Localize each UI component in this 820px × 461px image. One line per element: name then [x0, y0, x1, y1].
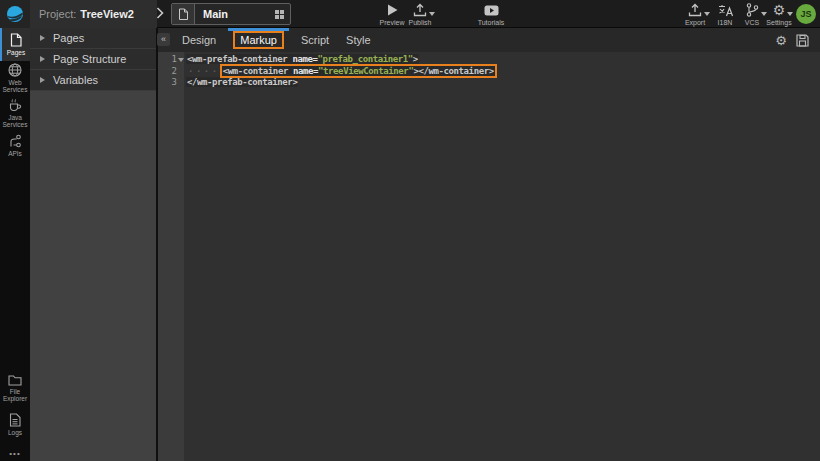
settings-caret-icon: [787, 12, 793, 16]
tab-label: Markup: [233, 31, 284, 49]
collapse-panel-button[interactable]: «: [157, 33, 170, 46]
logs-document-icon: [9, 413, 21, 427]
sidebar-item-apis[interactable]: APIs: [0, 130, 30, 161]
expand-caret-icon: [40, 35, 45, 41]
sidebar-item-label: File Explorer: [0, 388, 30, 402]
publish-label: Publish: [409, 19, 432, 26]
panel-row-label: Pages: [53, 32, 84, 44]
wavemaker-studio: Project: TreeView2 Main Preview Publish: [0, 0, 820, 461]
topbar: Project: TreeView2 Main Preview Publish: [0, 0, 820, 28]
line-number: 3: [158, 77, 184, 89]
settings-label: Settings: [766, 19, 791, 26]
page-switcher-grid-icon[interactable]: [275, 10, 284, 19]
line-number: 1: [158, 54, 184, 66]
api-connector-icon: [8, 134, 22, 148]
sidebar-item-label: Web Services: [0, 79, 30, 93]
sidebar-item-pages[interactable]: Pages: [0, 28, 30, 61]
code-line-text: <wm-prefab-container name="prefab_contai…: [186, 54, 419, 64]
tab-design[interactable]: Design: [178, 28, 220, 52]
sidebar-item-logs[interactable]: Logs: [0, 409, 30, 440]
tutorials-label: Tutorials: [478, 19, 505, 26]
editor-tabs: Design Markup Script Style: [178, 28, 375, 52]
coffee-cup-icon: [8, 98, 22, 112]
tutorials-button[interactable]: Tutorials: [469, 3, 513, 26]
open-page-tab[interactable]: Main: [171, 3, 291, 25]
publish-button[interactable]: Publish: [398, 3, 442, 26]
panel-row-label: Variables: [53, 74, 98, 86]
publish-caret-icon: [429, 12, 435, 16]
markup-settings-gear-icon[interactable]: ⚙: [775, 34, 787, 47]
sidebar-item-label: Java Services: [0, 114, 30, 128]
export-icon: [688, 3, 702, 17]
editor-area: Design Markup Script Style ⚙: [158, 28, 820, 461]
code-lines[interactable]: <wm-prefab-container name="prefab_contai…: [184, 52, 820, 461]
fold-caret-icon[interactable]: [178, 58, 184, 62]
tutorials-video-icon: [484, 3, 499, 17]
panel-row-label: Page Structure: [53, 53, 126, 65]
project-label: Project:: [39, 8, 76, 20]
panel-row-pages[interactable]: Pages: [30, 28, 156, 49]
indent-whitespace: ····: [186, 66, 222, 76]
line-number: 2: [158, 66, 184, 78]
pages-icon: [10, 33, 22, 47]
panel-row-page-structure[interactable]: Page Structure: [30, 49, 156, 70]
project-info: Project: TreeView2: [30, 0, 157, 28]
sidebar-item-label: APIs: [8, 150, 22, 157]
settings-gear-icon: ⚙: [773, 3, 786, 17]
wavemaker-logo-icon: [6, 5, 24, 23]
left-icon-sidebar: Pages Web Services Java Services APIs Fi…: [0, 28, 30, 461]
app-logo[interactable]: [0, 0, 30, 28]
tab-style[interactable]: Style: [342, 28, 374, 52]
breadcrumb-chevron-icon: [156, 7, 164, 19]
play-icon: [387, 3, 398, 17]
editor-tabbar: Design Markup Script Style ⚙: [158, 28, 820, 52]
tab-markup[interactable]: Markup: [229, 28, 288, 52]
expand-caret-icon: [40, 56, 45, 62]
publish-icon: [413, 3, 427, 17]
sidebar-item-java-services[interactable]: Java Services: [0, 95, 30, 130]
tab-script[interactable]: Script: [297, 28, 333, 52]
highlighted-code-line: <wm-container name="treeViewContainer"><…: [222, 66, 495, 76]
sidebar-item-file-explorer[interactable]: File Explorer: [0, 371, 30, 404]
page-file-icon: [172, 4, 195, 24]
folder-icon: [8, 374, 22, 386]
settings-button[interactable]: ⚙ Settings: [757, 3, 801, 26]
markup-code-editor[interactable]: 1 2 3 <wm-prefab-container name="prefab_…: [158, 52, 820, 461]
tab-label: Script: [301, 34, 329, 46]
editor-gutter[interactable]: 1 2 3: [158, 52, 184, 461]
globe-icon: [8, 63, 22, 77]
panel-row-variables[interactable]: Variables: [30, 70, 156, 91]
sidebar-more-button[interactable]: •••: [0, 449, 30, 458]
page-tab-label: Main: [195, 8, 228, 20]
expand-caret-icon: [40, 77, 45, 83]
save-icon[interactable]: [796, 34, 809, 47]
user-avatar[interactable]: JS: [796, 4, 816, 24]
sidebar-item-label: Pages: [7, 49, 25, 56]
tab-label: Design: [182, 34, 216, 46]
tab-label: Style: [346, 34, 370, 46]
sidebar-item-web-services[interactable]: Web Services: [0, 61, 30, 95]
editor-toolbar: ⚙: [775, 34, 809, 47]
project-name: TreeView2: [80, 8, 134, 20]
code-line-text: </wm-prefab-container>: [186, 77, 298, 87]
sidebar-item-label: Logs: [8, 429, 22, 436]
pages-panel: Pages Page Structure Variables: [30, 28, 156, 461]
